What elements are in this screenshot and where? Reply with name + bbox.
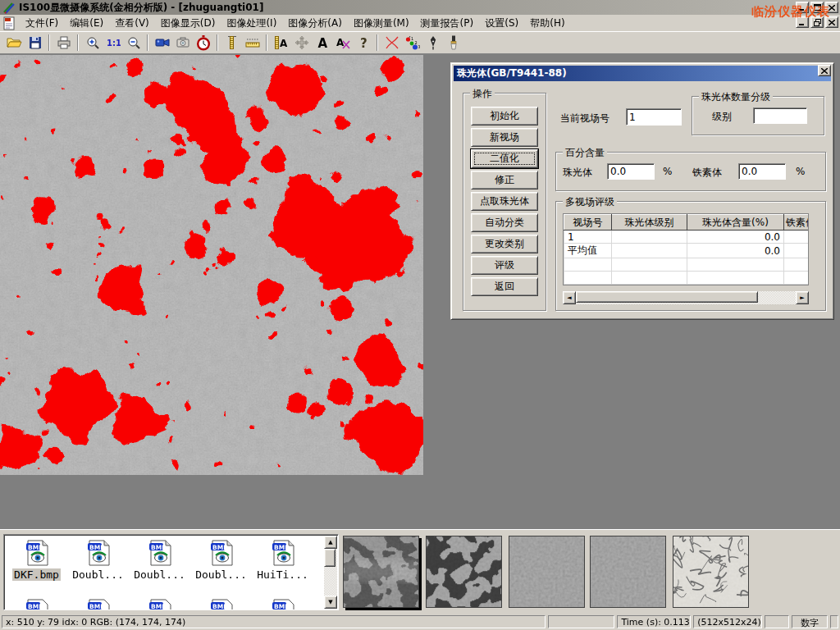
return-button[interactable]: 返回	[471, 277, 538, 296]
snapshot-button[interactable]	[172, 33, 193, 52]
help-button[interactable]: ?	[353, 33, 373, 52]
grade-input[interactable]	[753, 107, 807, 124]
menu-image-measure[interactable]: 图像测量(M)	[348, 15, 415, 32]
file-item-dkf[interactable]: BMP DKF.bmp	[6, 540, 67, 581]
file-name[interactable]: HuiTi...	[255, 568, 310, 581]
file-name[interactable]: Doubl...	[71, 568, 126, 581]
file-name[interactable]: DKF.bmp	[12, 568, 61, 581]
table-row[interactable]: 1 0.0	[564, 231, 810, 244]
grade-group-label: 珠光体数量分级	[699, 90, 773, 104]
title-bar: IS100显微摄像系统(金相分析版) - [zhuguangti01]	[0, 0, 840, 15]
print-button[interactable]	[53, 33, 74, 52]
scrollbar-thumb[interactable]	[324, 549, 336, 567]
scroll-left-button[interactable]: ◄	[563, 291, 576, 304]
thumbnail-2[interactable]	[426, 536, 502, 608]
file-item[interactable]: BMP	[129, 599, 190, 610]
file-row-partial: BMP BMP BMP BMP BMP	[6, 599, 313, 610]
file-list-scrollbar[interactable]: ▲ ▼	[324, 536, 337, 609]
col-field-number[interactable]: 视场号	[564, 215, 612, 231]
mode-status: 数字	[792, 615, 828, 628]
file-item-doubl2[interactable]: BMP Doubl...	[129, 540, 190, 581]
file-item[interactable]: BMP	[190, 599, 252, 610]
micrograph-image[interactable]	[0, 55, 423, 475]
binarize-button[interactable]: 二值化	[471, 149, 538, 168]
dialog-title-bar[interactable]: 珠光体(GB/T9441-88)	[454, 66, 831, 81]
scroll-up-button[interactable]: ▲	[324, 536, 337, 549]
svg-text:BMP: BMP	[89, 544, 105, 551]
scroll-right-button[interactable]: ►	[796, 291, 809, 304]
dialog-title: 珠光体(GB/T9441-88)	[457, 66, 567, 80]
thumbnail-5[interactable]	[673, 536, 749, 608]
file-item[interactable]: BMP	[67, 599, 129, 610]
open-button[interactable]	[4, 33, 25, 52]
brush-icon	[446, 35, 461, 50]
menu-image-analysis[interactable]: 图像分析(A)	[282, 15, 348, 32]
menu-help[interactable]: 帮助(H)	[524, 15, 570, 32]
save-button[interactable]	[25, 33, 45, 52]
scrollbar-thumb[interactable]	[576, 291, 758, 303]
brush-tool-button[interactable]	[443, 33, 463, 52]
file-item-huiti[interactable]: BMP HuiTi...	[252, 540, 313, 581]
col-ferrite-content[interactable]: 铁素体含量(%)	[784, 215, 810, 231]
text-tool-button[interactable]: A	[312, 33, 332, 52]
dialog-close-button[interactable]	[818, 65, 831, 76]
pick-pearlite-button[interactable]: 点取珠光体	[471, 192, 538, 211]
rating-table[interactable]: 视场号 珠光体级别 珠光体含量(%) 铁素体含量(%) 1 0.0	[563, 213, 809, 285]
percent-sign: %	[663, 166, 672, 177]
pearlite-percent-label: 珠光体	[563, 166, 592, 180]
bmp-file-icon: BMP	[147, 599, 173, 610]
zoom-out-button[interactable]	[123, 33, 144, 52]
curve-tool-button[interactable]	[381, 33, 402, 52]
delete-text-button[interactable]: A	[332, 33, 353, 52]
pen-tool-button[interactable]	[422, 33, 443, 52]
actual-size-button[interactable]: 1:1	[103, 33, 123, 52]
table-horizontal-scrollbar[interactable]: ◄ ►	[563, 291, 809, 304]
col-pearlite-grade[interactable]: 珠光体级别	[612, 215, 687, 231]
table-row[interactable]: 平均值 0.0	[564, 244, 810, 258]
zoom-in-button[interactable]	[82, 33, 103, 52]
initialize-button[interactable]: 初始化	[471, 107, 538, 126]
new-field-button[interactable]: 新视场	[471, 128, 538, 147]
marker-pins-button[interactable]: 123	[402, 33, 422, 52]
annotate-measure-button[interactable]: A	[271, 33, 291, 52]
correct-button[interactable]: 修正	[471, 171, 538, 189]
caliper-measure-button[interactable]	[221, 33, 242, 52]
file-item[interactable]: BMP	[252, 599, 313, 610]
timer-button[interactable]	[193, 33, 213, 52]
auto-classify-button[interactable]: 自动分类	[471, 213, 538, 232]
mdi-close-button[interactable]	[825, 16, 838, 28]
menu-image-display[interactable]: 图像显示(D)	[155, 15, 221, 32]
pearlite-percent-input[interactable]	[607, 163, 655, 180]
file-name[interactable]: Doubl...	[194, 568, 249, 581]
menu-file[interactable]: 文件(F)	[20, 15, 64, 32]
menu-view[interactable]: 查看(V)	[109, 15, 155, 32]
menu-image-processing[interactable]: 图像处理(I)	[221, 15, 282, 32]
file-item[interactable]: BMP	[6, 599, 67, 610]
file-name[interactable]: Doubl...	[132, 568, 187, 581]
menu-settings[interactable]: 设置(S)	[479, 15, 524, 32]
ferrite-percent-input[interactable]	[738, 163, 786, 180]
change-class-button[interactable]: 更改类别	[471, 235, 538, 253]
menu-edit[interactable]: 编辑(E)	[64, 15, 109, 32]
video-capture-button[interactable]	[152, 33, 172, 52]
move-tool-button[interactable]	[291, 33, 312, 52]
scroll-down-button[interactable]: ▼	[324, 596, 337, 609]
document-icon[interactable]	[2, 16, 16, 30]
current-field-input[interactable]	[626, 108, 682, 126]
thumbnail-3[interactable]	[509, 536, 585, 608]
maximize-button[interactable]	[810, 2, 824, 13]
close-button[interactable]	[825, 2, 838, 13]
line-measure-button[interactable]	[242, 33, 262, 52]
file-item-doubl1[interactable]: BMP Doubl...	[67, 540, 129, 581]
thumbnail-1[interactable]	[343, 536, 419, 608]
menu-measure-report[interactable]: 测量报告(P)	[415, 15, 480, 32]
minimize-button[interactable]	[796, 2, 809, 13]
mdi-restore-button[interactable]	[810, 16, 824, 28]
thumbnail-4[interactable]	[590, 536, 666, 608]
rate-button[interactable]: 评级	[471, 256, 538, 275]
file-browser[interactable]: BMP DKF.bmp BMP Doubl... BMP Doubl... BM…	[3, 534, 339, 610]
mdi-minimize-button[interactable]	[796, 16, 809, 28]
file-item-doubl3[interactable]: BMP Doubl...	[190, 540, 252, 581]
col-pearlite-content[interactable]: 珠光体含量(%)	[687, 215, 784, 231]
pearlite-dialog: 珠光体(GB/T9441-88) 操作 初始化 新视场 二值化 修正 点取珠光体…	[450, 62, 834, 320]
